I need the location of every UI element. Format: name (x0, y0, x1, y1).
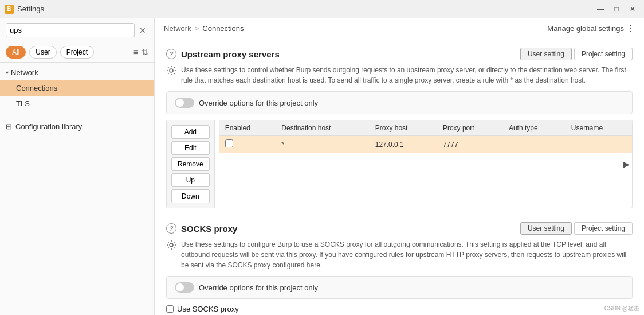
socks-proxy-setting-tabs: User setting Project setting (520, 222, 633, 235)
app-icon: B (5, 5, 14, 14)
cell-proxy-host: 127.0.0.1 (370, 136, 437, 153)
use-socks-row: Use SOCKS proxy (166, 305, 633, 313)
upstream-proxy-user-setting-tab[interactable]: User setting (520, 48, 572, 60)
col-proxy-host: Proxy host (370, 120, 437, 136)
sidebar-item-tls[interactable]: TLS (0, 96, 154, 111)
search-clear-icon[interactable]: ✕ (137, 25, 148, 36)
socks-proxy-section: ? SOCKS proxy User setting Project setti… (166, 222, 633, 313)
edit-button[interactable]: Edit (171, 141, 210, 155)
filter-all-button[interactable]: All (6, 46, 26, 59)
cell-destination-host: * (276, 136, 369, 153)
socks-proxy-header: ? SOCKS proxy User setting Project setti… (166, 222, 633, 235)
maximize-button[interactable]: □ (610, 3, 623, 15)
gear-icon (166, 65, 176, 76)
sidebar-divider (0, 115, 154, 115)
upstream-proxy-title-group: ? Upstream proxy servers (166, 49, 280, 59)
remove-button[interactable]: Remove (171, 157, 210, 171)
down-button[interactable]: Down (171, 189, 210, 203)
table-header-row: Enabled Destination host Proxy host Prox… (219, 120, 632, 136)
table-wrapper: Enabled Destination host Proxy host Prox… (219, 120, 632, 208)
col-auth-type: Auth type (503, 120, 566, 136)
expand-icon[interactable]: ⇅ (142, 48, 148, 57)
upstream-proxy-help-icon[interactable]: ? (166, 49, 176, 59)
breadcrumb-separator: > (195, 24, 199, 33)
upstream-proxy-header: ? Upstream proxy servers User setting Pr… (166, 48, 633, 60)
upstream-proxy-desc: Use these settings to control whether Bu… (181, 65, 633, 85)
main-content: Network > Connections Manage global sett… (155, 18, 644, 315)
svg-point-0 (170, 69, 173, 72)
table-row[interactable]: * 127.0.0.1 7777 (219, 136, 632, 153)
app-body: ✕ All User Project ≡ ⇅ ▾ Network Connect… (0, 18, 644, 315)
up-button[interactable]: Up (171, 173, 210, 187)
socks-proxy-user-setting-tab[interactable]: User setting (520, 222, 572, 235)
socks-proxy-desc-row: Use these settings to configure Burp to … (166, 239, 633, 270)
sidebar: ✕ All User Project ≡ ⇅ ▾ Network Connect… (0, 18, 155, 315)
minimize-button[interactable]: — (594, 3, 607, 15)
nav-section-network[interactable]: ▾ Network (0, 65, 154, 80)
upstream-proxy-project-setting-tab[interactable]: Project setting (574, 48, 633, 60)
content-topbar: Network > Connections Manage global sett… (155, 18, 644, 38)
upstream-proxy-toggle-label: Override options for this project only (199, 99, 318, 107)
nav-section-network-label: Network (11, 68, 38, 77)
cell-auth-type (503, 136, 566, 153)
upstream-proxy-title: Upstream proxy servers (181, 49, 280, 59)
manage-global-label: Manage global settings (547, 24, 624, 33)
breadcrumb-parent: Network (164, 24, 191, 33)
gear-icon-socks (166, 240, 176, 250)
col-destination-host: Destination host (276, 120, 369, 136)
sidebar-nav: ▾ Network Connections TLS ⊞ Configuratio… (0, 63, 154, 315)
cell-username (566, 136, 632, 153)
socks-proxy-desc: Use these settings to configure Burp to … (181, 239, 633, 270)
col-proxy-port: Proxy port (437, 120, 503, 136)
cell-proxy-port: 7777 (437, 136, 503, 153)
socks-proxy-toggle[interactable] (175, 282, 194, 293)
filter-icons: ≡ ⇅ (133, 48, 148, 57)
socks-proxy-toggle-row: Override options for this project only (166, 276, 633, 299)
more-icon[interactable]: ⋮ (626, 23, 635, 33)
close-button[interactable]: ✕ (626, 3, 639, 15)
svg-point-1 (170, 243, 173, 247)
use-socks-checkbox[interactable] (166, 305, 174, 313)
sort-icon[interactable]: ≡ (133, 48, 138, 57)
row-checkbox[interactable] (225, 139, 233, 147)
titlebar-controls: — □ ✕ (594, 3, 639, 15)
sidebar-search-row: ✕ (0, 18, 154, 42)
titlebar-left: B Settings (5, 5, 44, 14)
chevron-down-icon: ▾ (6, 69, 9, 76)
cell-enabled (219, 136, 276, 153)
sidebar-item-connections[interactable]: Connections (0, 80, 154, 96)
socks-proxy-title-group: ? SOCKS proxy (166, 223, 237, 234)
titlebar: B Settings — □ ✕ (0, 0, 644, 18)
config-library-label: Configuration library (15, 122, 82, 131)
sidebar-item-config-library[interactable]: ⊞ Configuration library (0, 119, 154, 134)
watermark: CSDN @猛击 (604, 305, 639, 313)
col-enabled: Enabled (219, 120, 276, 136)
upstream-proxy-toggle[interactable] (175, 98, 194, 108)
upstream-proxy-table-container: Add Edit Remove Up Down Enabled Destinat… (166, 120, 633, 208)
col-username: Username (566, 120, 632, 136)
socks-proxy-title: SOCKS proxy (181, 224, 237, 234)
table-actions: Add Edit Remove Up Down (167, 120, 215, 208)
upstream-proxy-toggle-row: Override options for this project only (166, 91, 633, 114)
search-input[interactable] (6, 23, 135, 37)
sidebar-filter-bar: All User Project ≡ ⇅ (0, 42, 154, 63)
titlebar-title: Settings (17, 5, 44, 13)
upstream-proxy-section: ? Upstream proxy servers User setting Pr… (166, 48, 633, 208)
grid-icon: ⊞ (6, 122, 12, 131)
manage-global-settings[interactable]: Manage global settings ⋮ (547, 23, 635, 33)
use-socks-label: Use SOCKS proxy (177, 305, 239, 313)
breadcrumb-current: Connections (202, 24, 244, 33)
upstream-proxy-setting-tabs: User setting Project setting (520, 48, 633, 60)
breadcrumb: Network > Connections (164, 24, 244, 33)
socks-proxy-toggle-label: Override options for this project only (199, 283, 318, 292)
socks-proxy-help-icon[interactable]: ? (166, 223, 176, 234)
filter-user-button[interactable]: User (29, 46, 56, 59)
filter-project-button[interactable]: Project (60, 46, 94, 59)
proxy-table: Enabled Destination host Proxy host Prox… (219, 120, 632, 153)
add-button[interactable]: Add (171, 125, 210, 139)
scroll-arrow-right: ▶ (621, 157, 632, 171)
content-scroll: ? Upstream proxy servers User setting Pr… (155, 38, 644, 315)
socks-proxy-project-setting-tab[interactable]: Project setting (574, 222, 633, 235)
upstream-proxy-desc-row: Use these settings to control whether Bu… (166, 65, 633, 85)
